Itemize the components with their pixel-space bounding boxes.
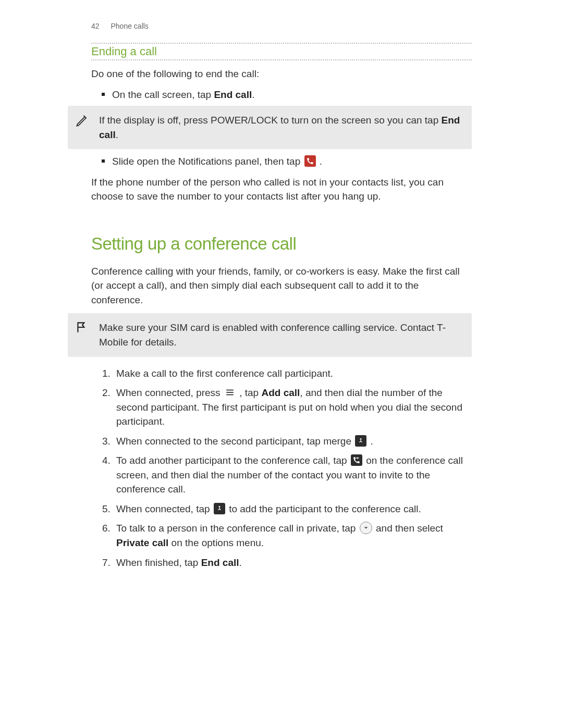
- text: Make a call to the first conference call…: [116, 368, 333, 379]
- content-column: 42 Phone calls Ending a call Do one of t…: [91, 22, 472, 570]
- text: .: [239, 557, 242, 568]
- list-item: Slide open the Notifications panel, then…: [91, 154, 472, 169]
- end-call-label: End call: [214, 89, 252, 100]
- text: and then select: [376, 523, 443, 534]
- text: , tap: [239, 387, 261, 398]
- page-header: 42 Phone calls: [91, 22, 472, 30]
- hangup-icon: [304, 155, 316, 167]
- merge-icon: [355, 435, 366, 447]
- step-5: When connected, tap to add the participa…: [113, 502, 472, 516]
- step-1: Make a call to the first conference call…: [113, 366, 472, 381]
- dropdown-icon: [360, 522, 372, 534]
- note-text: Make sure your SIM card is enabled with …: [99, 322, 446, 348]
- step-4: To add another participant to the confer…: [113, 453, 472, 497]
- text: .: [371, 436, 373, 447]
- text: When connected, tap: [116, 503, 213, 514]
- step-7: When finished, tap End call.: [113, 556, 472, 570]
- text: When connected, press: [116, 387, 223, 398]
- end-call-label: End call: [201, 557, 239, 568]
- step-2: When connected, press , tap Add call, an…: [113, 386, 472, 429]
- step-3: When connected to the second participant…: [113, 434, 472, 449]
- text: on the options menu.: [168, 537, 264, 548]
- text: When finished, tap: [116, 557, 201, 568]
- ending-after: If the phone number of the person who ca…: [91, 175, 472, 204]
- text: Slide open the Notifications panel, then…: [112, 156, 303, 167]
- merge-icon: [214, 503, 225, 514]
- conference-steps: Make a call to the first conference call…: [91, 366, 472, 570]
- divider: [91, 43, 472, 44]
- ending-bullets-2: Slide open the Notifications panel, then…: [91, 154, 472, 169]
- ending-bullets: On the call screen, tap End call.: [91, 88, 472, 102]
- private-call-label: Private call: [116, 537, 168, 548]
- add-call-icon: [351, 454, 362, 466]
- list-item: On the call screen, tap End call.: [91, 88, 472, 102]
- text: To add another participant to the confer…: [116, 455, 350, 466]
- flag-icon: [75, 320, 91, 336]
- text: When connected to the second participant…: [116, 436, 354, 447]
- pen-icon: [75, 113, 91, 129]
- text: to add the participant to the conference…: [229, 503, 421, 514]
- tip-text: If the display is off, press POWER/LOCK …: [99, 115, 442, 126]
- note-callout: Make sure your SIM card is enabled with …: [68, 313, 472, 356]
- text: .: [320, 156, 322, 167]
- menu-icon: [224, 387, 236, 398]
- text: To talk to a person in the conference ca…: [116, 523, 359, 534]
- add-call-label: Add call: [261, 387, 300, 398]
- page-number: 42: [91, 22, 100, 30]
- text: .: [252, 89, 254, 100]
- step-6: To talk to a person in the conference ca…: [113, 521, 472, 550]
- divider: [91, 59, 472, 60]
- tip-text-post: .: [116, 129, 118, 140]
- tip-callout: If the display is off, press POWER/LOCK …: [68, 106, 472, 149]
- ending-intro: Do one of the following to end the call:: [91, 67, 472, 81]
- conference-intro: Conference calling with your friends, fa…: [91, 264, 472, 307]
- breadcrumb-section: Phone calls: [111, 22, 148, 30]
- heading-conference: Setting up a conference call: [91, 234, 472, 254]
- text: On the call screen, tap: [112, 89, 214, 100]
- heading-ending-a-call: Ending a call: [91, 45, 472, 58]
- page: 42 Phone calls Ending a call Do one of t…: [0, 0, 563, 728]
